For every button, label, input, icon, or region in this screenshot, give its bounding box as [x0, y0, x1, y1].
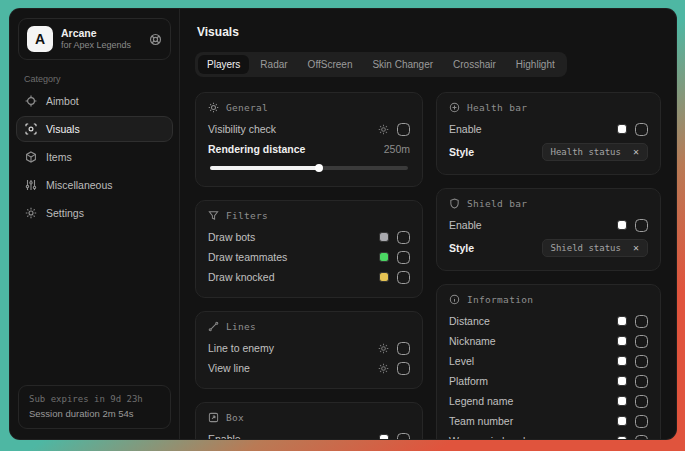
color-swatch[interactable]: [617, 124, 627, 134]
slider-thumb[interactable]: [315, 164, 323, 172]
sidebar-item-items[interactable]: Items: [16, 144, 173, 170]
shield-icon: [449, 198, 460, 209]
setting-row: Draw bots: [208, 227, 410, 247]
color-swatch[interactable]: [617, 416, 627, 426]
sidebar-item-aimbot[interactable]: Aimbot: [16, 88, 173, 114]
sub-expires-text: Sub expires in 9d 23h: [29, 393, 160, 407]
subscription-status-card: Sub expires in 9d 23h Session duration 2…: [18, 385, 171, 429]
setting-row: Visibility check: [208, 119, 410, 139]
card-information: Information Distance Nickname: [436, 284, 661, 440]
checkbox[interactable]: [635, 375, 648, 388]
style-select[interactable]: Shield status ✕: [542, 239, 648, 257]
tab-players[interactable]: Players: [198, 55, 249, 74]
card-header: Filters: [208, 210, 410, 221]
slider-fill: [210, 166, 319, 170]
checkbox[interactable]: [397, 362, 410, 375]
session-duration-text: Session duration 2m 54s: [29, 407, 160, 421]
setting-label: Rendering distance: [208, 143, 305, 155]
checkbox[interactable]: [635, 123, 648, 136]
card-title: Filters: [226, 210, 268, 221]
checkbox[interactable]: [397, 433, 410, 441]
scan-eye-icon: [25, 123, 37, 135]
sidebar-item-settings[interactable]: Settings: [16, 200, 173, 226]
card-header: Lines: [208, 321, 410, 332]
rendering-distance-slider[interactable]: [210, 166, 408, 170]
gear-icon[interactable]: [378, 124, 389, 135]
sun-icon: [208, 102, 219, 113]
tab-skin-changer[interactable]: Skin Changer: [363, 55, 442, 74]
app-subtitle: for Apex Legends: [61, 40, 141, 51]
checkbox[interactable]: [635, 335, 648, 348]
card-header: Information: [449, 294, 648, 305]
sidebar-item-label: Visuals: [46, 123, 80, 135]
setting-row: Platform: [449, 371, 648, 391]
setting-label: Weapon in hands: [449, 435, 531, 440]
checkbox[interactable]: [635, 435, 648, 441]
setting-label: View line: [208, 362, 250, 374]
checkbox[interactable]: [397, 231, 410, 244]
checkbox[interactable]: [397, 271, 410, 284]
setting-label: Draw knocked: [208, 271, 275, 283]
sidebar-item-label: Settings: [46, 207, 84, 219]
sidebar-nav: Aimbot Visuals Items: [10, 88, 179, 226]
setting-row: Enable: [449, 119, 648, 139]
style-select[interactable]: Health status ✕: [542, 143, 648, 161]
color-swatch[interactable]: [617, 436, 627, 440]
checkbox[interactable]: [635, 315, 648, 328]
color-swatch[interactable]: [379, 232, 389, 242]
setting-row: Level: [449, 351, 648, 371]
card-header: Shield bar: [449, 198, 648, 209]
checkbox[interactable]: [635, 395, 648, 408]
card-title: General: [226, 102, 268, 113]
sidebar-item-label: Items: [46, 151, 72, 163]
color-swatch[interactable]: [379, 434, 389, 440]
setting-label: Draw teammates: [208, 251, 287, 263]
checkbox[interactable]: [635, 355, 648, 368]
setting-label: Visibility check: [208, 123, 276, 135]
color-swatch[interactable]: [379, 272, 389, 282]
color-swatch[interactable]: [617, 376, 627, 386]
checkbox[interactable]: [635, 219, 648, 232]
page-title: Visuals: [197, 25, 661, 39]
tab-offscreen[interactable]: OffScreen: [299, 55, 362, 74]
card-header: Box: [208, 412, 410, 423]
visuals-tabbar: Players Radar OffScreen Skin Changer Cro…: [195, 52, 567, 77]
setting-row: Team number: [449, 411, 648, 431]
crosshair-icon: [25, 95, 37, 107]
tab-highlight[interactable]: Highlight: [507, 55, 564, 74]
close-icon[interactable]: ✕: [633, 243, 639, 253]
setting-label: Draw bots: [208, 231, 255, 243]
card-title: Box: [226, 412, 244, 423]
gear-icon[interactable]: [378, 363, 389, 374]
sidebar-item-visuals[interactable]: Visuals: [16, 116, 173, 142]
color-swatch[interactable]: [617, 220, 627, 230]
tab-crosshair[interactable]: Crosshair: [444, 55, 505, 74]
sidebar: A Arcane for Apex Legends Category: [10, 9, 180, 439]
app-logo: A: [27, 26, 53, 52]
color-swatch[interactable]: [617, 336, 627, 346]
checkbox[interactable]: [635, 415, 648, 428]
gear-icon: [25, 207, 37, 219]
color-swatch[interactable]: [617, 316, 627, 326]
style-select-value: Shield status: [551, 243, 621, 253]
sidebar-item-miscellaneous[interactable]: Miscellaneous: [16, 172, 173, 198]
support-icon[interactable]: [149, 33, 162, 46]
card-title: Information: [467, 294, 533, 305]
checkbox[interactable]: [397, 251, 410, 264]
gear-icon[interactable]: [378, 343, 389, 354]
card-header: Health bar: [449, 102, 648, 113]
color-swatch[interactable]: [379, 252, 389, 262]
setting-row: Style Shield status ✕: [449, 235, 648, 260]
checkbox[interactable]: [397, 342, 410, 355]
color-swatch[interactable]: [617, 396, 627, 406]
tab-radar[interactable]: Radar: [251, 55, 296, 74]
close-icon[interactable]: ✕: [633, 147, 639, 157]
setting-row: Draw teammates: [208, 247, 410, 267]
app-name: Arcane: [61, 27, 141, 40]
checkbox[interactable]: [397, 123, 410, 136]
setting-label: Style: [449, 242, 474, 254]
color-swatch[interactable]: [617, 356, 627, 366]
card-health-bar: Health bar Enable Style Health status: [436, 92, 661, 175]
cube-icon: [25, 151, 37, 163]
setting-row: Enable: [208, 429, 410, 440]
